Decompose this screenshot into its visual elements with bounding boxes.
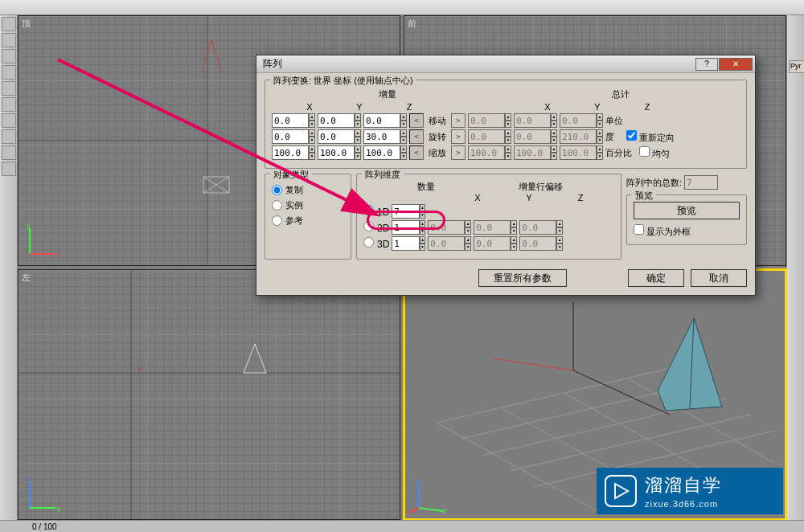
total-header: 总计 (548, 88, 693, 100)
ok-button[interactable]: 确定 (628, 269, 684, 287)
rotate-iy-spinner[interactable]: ▲▼ (318, 129, 361, 144)
axis-gizmo: y z (23, 476, 62, 514)
copy-radio[interactable]: 复制 (272, 184, 344, 196)
scale-iz-spinner[interactable]: ▲▼ (363, 145, 407, 160)
rotate-iz-spinner[interactable]: ▲▼ (363, 129, 407, 144)
dim-3d-row: 3D ▲▼ ▲▼ ▲▼ ▲▼ (363, 236, 614, 251)
dialog-title: 阵列 (263, 57, 282, 71)
svg-marker-31 (658, 318, 722, 411)
dim-1d-radio[interactable]: 1D (363, 205, 389, 218)
d3-x-spinner: ▲▼ (428, 236, 471, 251)
rotate-ty-spinner: ▲▼ (514, 129, 557, 144)
cancel-button[interactable]: 取消 (691, 269, 747, 287)
uniform-checkbox[interactable]: 均匀 (639, 146, 670, 160)
tool-icon[interactable] (2, 81, 16, 96)
move-iy-spinner[interactable]: ▲▼ (318, 113, 361, 128)
group-legend: 阵列变换: 世界 坐标 (使用轴点中心) (270, 75, 416, 87)
tool-icon[interactable] (2, 97, 16, 112)
viewport-label: 前 (408, 18, 416, 30)
tool-icon[interactable] (2, 49, 16, 63)
group-legend: 预览 (632, 190, 656, 202)
tool-icon[interactable] (2, 145, 16, 160)
svg-text:z: z (27, 476, 31, 484)
tool-icon[interactable] (2, 33, 16, 47)
tool-icon[interactable] (2, 162, 16, 176)
reference-radio[interactable]: 参考 (272, 215, 344, 227)
dim-2d-radio[interactable]: 2D (363, 221, 389, 234)
array-dialog: 阵列 ? ✕ 阵列变换: 世界 坐标 (使用轴点中心) 增量 总计 X Y Z … (256, 55, 756, 296)
scale-tz-spinner: ▲▼ (560, 145, 603, 160)
play-icon (605, 475, 637, 507)
dim-3d-radio[interactable]: 3D (363, 237, 389, 250)
dialog-titlebar[interactable]: 阵列 ? ✕ (256, 55, 755, 73)
axis-gizmo: z y (409, 476, 448, 514)
watermark: 溜溜自学 zixue.3d66.com (597, 468, 783, 514)
axis-gizmo: x y (23, 222, 62, 260)
d3-count-spinner[interactable]: ▲▼ (392, 236, 425, 251)
dim-1d-row: 1D ▲▼ (363, 204, 614, 219)
rotate-total-button[interactable]: ＞ (451, 129, 466, 144)
dim-2d-row: 2D ▲▼ ▲▼ ▲▼ ▲▼ (363, 220, 614, 235)
d3-z-spinner: ▲▼ (519, 236, 563, 251)
array-dimension-group: 阵列维度 数量 增量行偏移 X Y Z 1D ▲▼ (356, 174, 621, 260)
viewport-content: y (18, 270, 400, 519)
right-toolbar: Pyr (786, 15, 804, 520)
array-transform-group: 阵列变换: 世界 坐标 (使用轴点中心) 增量 总计 X Y Z X Y Z ▲… (265, 80, 747, 169)
rotate-ix-spinner[interactable]: ▲▼ (272, 129, 315, 144)
svg-text:y: y (137, 365, 142, 373)
move-iz-spinner[interactable]: ▲▼ (363, 113, 407, 128)
svg-text:y: y (443, 506, 447, 514)
d2-x-spinner: ▲▼ (428, 220, 471, 235)
help-button[interactable]: ? (695, 58, 718, 71)
svg-line-2 (211, 40, 221, 72)
scale-total-button[interactable]: ＞ (451, 145, 466, 160)
move-ix-spinner[interactable]: ▲▼ (272, 113, 315, 128)
units-label: 单位 (605, 115, 623, 127)
tool-icon[interactable] (2, 129, 16, 144)
tool-icon[interactable] (2, 17, 16, 31)
wireframe-checkbox[interactable]: 显示为外框 (634, 224, 740, 238)
watermark-brand: 溜溜自学 (645, 473, 722, 497)
svg-line-22 (509, 415, 750, 471)
d3-y-spinner: ▲▼ (474, 236, 517, 251)
rotate-tz-spinner: ▲▼ (560, 129, 603, 144)
move-total-button[interactable]: ＞ (451, 113, 466, 128)
tool-icon[interactable] (2, 65, 16, 80)
move-inc-button[interactable]: ＜ (409, 113, 424, 128)
group-legend: 对象类型 (270, 169, 312, 181)
preview-button[interactable]: 预览 (634, 202, 740, 219)
svg-text:y: y (57, 505, 61, 513)
svg-line-3 (202, 40, 211, 72)
d2-z-spinner: ▲▼ (519, 220, 563, 235)
svg-text:z: z (416, 476, 420, 484)
close-button[interactable]: ✕ (719, 58, 753, 71)
scale-label: 缩放 (426, 147, 449, 159)
move-tz-spinner: ▲▼ (560, 113, 603, 128)
viewport-left[interactable]: 左 y y z (18, 269, 400, 520)
svg-line-34 (419, 508, 443, 511)
object-type-field[interactable]: Pyr (789, 60, 804, 73)
rotate-inc-button[interactable]: ＜ (409, 129, 424, 144)
svg-line-19 (437, 366, 678, 423)
svg-text:y: y (27, 222, 31, 230)
instance-radio[interactable]: 实例 (272, 199, 344, 211)
scale-iy-spinner[interactable]: ▲▼ (318, 145, 361, 160)
left-toolbar (0, 15, 18, 520)
total-in-array-label: 阵列中的总数: (626, 177, 682, 189)
scale-ix-spinner[interactable]: ▲▼ (272, 145, 315, 160)
group-legend: 阵列维度 (362, 169, 404, 181)
svg-line-24 (437, 423, 597, 511)
d1-count-spinner[interactable]: ▲▼ (392, 204, 425, 219)
reset-button[interactable]: 重置所有参数 (478, 269, 567, 287)
scale-inc-button[interactable]: ＜ (409, 145, 424, 160)
reorient-checkbox[interactable]: 重新定向 (626, 130, 675, 144)
watermark-sub: zixue.3d66.com (645, 499, 722, 509)
d2-count-spinner[interactable]: ▲▼ (392, 220, 425, 235)
inc-header: 增量 (315, 88, 460, 100)
move-tx-spinner: ▲▼ (468, 113, 511, 128)
percent-label: 百分比 (605, 147, 632, 159)
viewport-label: 顶 (22, 18, 31, 30)
svg-line-30 (573, 370, 670, 415)
tool-icon[interactable] (2, 113, 16, 128)
svg-marker-13 (244, 344, 266, 373)
